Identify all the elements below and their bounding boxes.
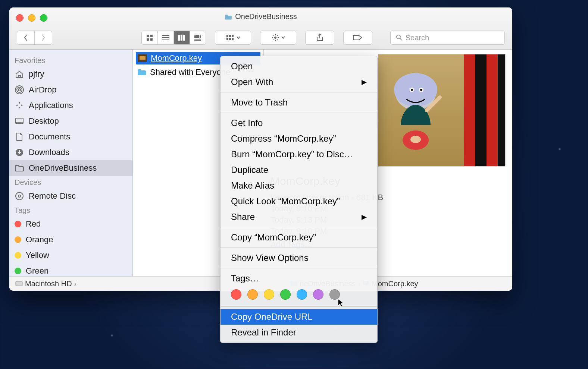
menu-item[interactable]: Open With▶ (220, 74, 377, 90)
sidebar-tag-green[interactable]: Green (9, 263, 132, 276)
tag-color-option[interactable] (231, 289, 241, 300)
tag-color-option[interactable] (313, 289, 323, 300)
tag-color-option[interactable] (297, 289, 307, 300)
menu-item-label: Make Alias (231, 180, 274, 191)
path-segment[interactable]: Macintosh HD (25, 280, 72, 288)
menu-separator (220, 92, 377, 92)
menu-item-label: Copy OneDrive URL (231, 312, 313, 322)
svg-point-38 (16, 192, 23, 200)
menu-item[interactable]: Copy OneDrive URL (220, 309, 377, 325)
sidebar-item-label: Downloads (29, 148, 69, 157)
back-button[interactable] (17, 31, 35, 44)
chevron-down-icon (281, 36, 285, 39)
share-button[interactable] (305, 31, 334, 45)
menu-item[interactable]: Copy “MomCorp.key” (220, 230, 377, 245)
gear-icon (272, 34, 279, 41)
action-button[interactable] (260, 31, 296, 45)
menu-item-label: Burn “MomCorp.key” to Disc… (231, 149, 353, 160)
apps-icon (15, 101, 24, 110)
menu-item[interactable]: Duplicate (220, 162, 377, 178)
share-icon (316, 34, 323, 42)
menu-item[interactable]: Move to Trash (220, 95, 377, 110)
menu-item[interactable]: Open (220, 59, 377, 74)
chevron-down-icon (237, 36, 240, 39)
menu-item-label: Tags… (231, 273, 259, 284)
tag-color (15, 236, 21, 243)
chevron-right-icon: ▶ (362, 213, 367, 221)
menu-item-label: Show View Options (231, 253, 309, 263)
menu-item[interactable]: Compress “MomCorp.key” (220, 131, 377, 146)
search-placeholder: Search (406, 34, 429, 42)
menu-item-label: Copy “MomCorp.key” (231, 232, 316, 243)
sidebar-item-label: Yellow (26, 250, 49, 260)
sidebar-item-onedrivebusiness[interactable]: OneDriveBusiness (9, 160, 132, 176)
search-icon (396, 34, 403, 41)
sidebar-tag-red[interactable]: Red (9, 216, 132, 232)
icon-view-button[interactable] (142, 31, 158, 44)
tag-color-option[interactable] (280, 289, 291, 300)
sidebar-item-label: Remote Disc (29, 191, 76, 201)
tag-color (15, 268, 21, 274)
svg-rect-14 (194, 40, 201, 41)
menu-item[interactable]: Tags… (220, 271, 377, 286)
menu-item[interactable]: Burn “MomCorp.key” to Disc… (220, 146, 377, 162)
sidebar-item-documents[interactable]: Documents (9, 129, 132, 145)
tag-color-option[interactable] (264, 289, 274, 300)
svg-rect-12 (200, 35, 201, 38)
menu-item[interactable]: Share▶ (220, 209, 377, 225)
disc-icon (15, 192, 24, 200)
menu-separator (220, 268, 377, 268)
sidebar-item-downloads[interactable]: Downloads (9, 145, 132, 160)
tag-color-option[interactable] (329, 289, 340, 300)
menu-separator (220, 113, 377, 113)
menu-item-label: Reveal in Finder (231, 327, 296, 338)
arrange-button[interactable] (215, 31, 251, 45)
column-view-button[interactable] (174, 31, 190, 44)
coverflow-view-button[interactable] (190, 31, 206, 44)
sidebar-tag-yellow[interactable]: Yellow (9, 247, 132, 263)
svg-point-30 (397, 35, 400, 39)
svg-point-21 (274, 37, 276, 39)
sidebar-item-airdrop[interactable]: AirDrop (9, 82, 132, 98)
sidebar-item-applications[interactable]: Applications (9, 98, 132, 113)
list-view-button[interactable] (158, 31, 174, 44)
menu-item[interactable]: Quick Look “MomCorp.key” (220, 193, 377, 209)
sidebar-item-label: Green (26, 266, 49, 276)
menu-item-label: Move to Trash (231, 97, 288, 108)
sidebar-tag-orange[interactable]: Orange (9, 232, 132, 247)
svg-point-33 (17, 87, 22, 92)
tag-color (15, 221, 21, 227)
svg-rect-50 (16, 281, 22, 286)
menu-item[interactable]: Get Info (220, 115, 377, 131)
chevron-right-icon: › (74, 280, 77, 288)
menu-item[interactable]: Reveal in Finder (220, 325, 377, 340)
menu-separator (220, 306, 377, 307)
menu-tag-colors (220, 286, 377, 304)
tags-button[interactable] (343, 31, 372, 45)
menu-item-label: Duplicate (231, 165, 268, 175)
sidebar-item-remote-disc[interactable]: Remote Disc (9, 188, 132, 204)
toolbar: Search (17, 31, 505, 45)
nav-buttons (17, 31, 52, 45)
svg-rect-2 (147, 38, 149, 41)
menu-item[interactable]: Show View Options (220, 250, 377, 266)
sidebar-item-label: Applications (29, 101, 73, 110)
svg-rect-41 (140, 56, 146, 60)
tag-color-option[interactable] (247, 289, 258, 300)
svg-rect-18 (226, 38, 228, 40)
svg-point-47 (420, 89, 422, 91)
sidebar-item-label: Orange (26, 235, 53, 245)
path-segment[interactable]: MomCorp.key (372, 280, 418, 288)
search-field[interactable]: Search (390, 31, 505, 45)
svg-rect-20 (232, 38, 234, 40)
sidebar-item-desktop[interactable]: Desktop (9, 113, 132, 129)
svg-point-43 (394, 73, 437, 107)
file-name: MomCorp.key (151, 53, 202, 63)
sidebar-item-label: AirDrop (29, 85, 57, 95)
svg-rect-8 (181, 35, 182, 41)
sidebar-item-home[interactable]: pjfry (9, 66, 132, 82)
airdrop-icon (15, 86, 24, 94)
menu-item-label: Open With (231, 77, 273, 87)
forward-button[interactable] (35, 31, 52, 44)
menu-item[interactable]: Make Alias (220, 178, 377, 193)
